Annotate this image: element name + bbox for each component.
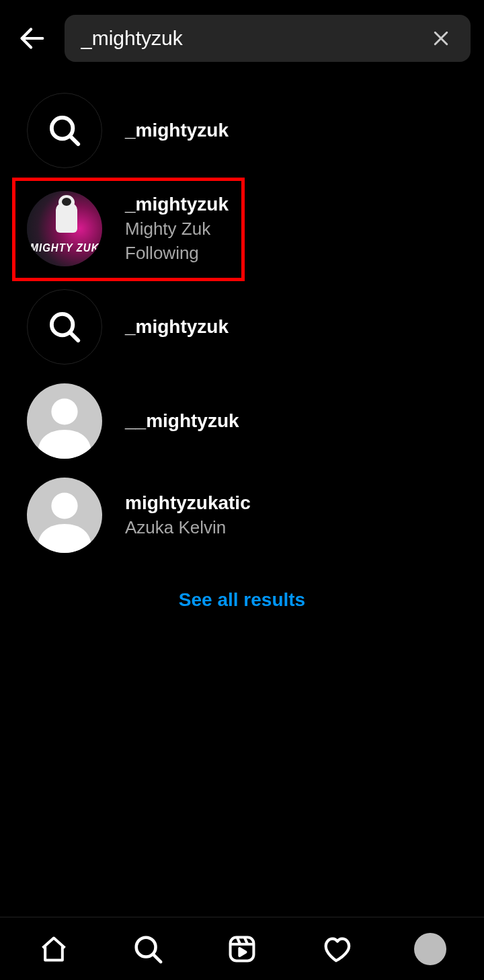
search-suggestion-row[interactable]: _mightyzuk bbox=[0, 83, 484, 178]
clear-search-button[interactable] bbox=[428, 25, 454, 52]
arrow-left-icon bbox=[17, 23, 48, 54]
home-icon bbox=[39, 934, 69, 964]
avatar-text: MIGHTY ZUK bbox=[27, 241, 102, 254]
search-profile-row[interactable]: __mightyzuk bbox=[0, 374, 484, 468]
back-button[interactable] bbox=[13, 20, 51, 57]
profile-avatar: MIGHTY ZUK bbox=[27, 191, 102, 266]
search-input[interactable] bbox=[81, 27, 428, 50]
profile-avatar-icon bbox=[414, 933, 446, 965]
svg-line-4 bbox=[71, 137, 78, 144]
nav-home[interactable] bbox=[34, 929, 74, 969]
svg-line-6 bbox=[71, 333, 78, 340]
profile-avatar bbox=[27, 478, 102, 553]
nav-search[interactable] bbox=[128, 929, 168, 969]
result-username: mightyzukatic bbox=[125, 491, 251, 515]
search-icon bbox=[46, 112, 83, 149]
nav-reels[interactable] bbox=[222, 929, 262, 969]
person-icon bbox=[27, 478, 102, 553]
result-display-name: Mighty Zuk bbox=[125, 218, 229, 241]
avatar-image: MIGHTY ZUK bbox=[27, 191, 102, 266]
svg-point-7 bbox=[51, 398, 77, 424]
close-icon bbox=[431, 28, 451, 48]
search-profile-row[interactable]: mightyzukatic Azuka Kelvin bbox=[0, 468, 484, 562]
result-text: _mightyzuk bbox=[125, 315, 229, 339]
search-profile-row[interactable]: MIGHTY ZUK _mightyzuk Mighty Zuk Followi… bbox=[0, 178, 484, 280]
search-icon-avatar bbox=[27, 93, 102, 168]
bottom-nav bbox=[0, 917, 484, 980]
result-text: _mightyzuk bbox=[125, 118, 229, 143]
result-text: _mightyzuk Mighty Zuk Following bbox=[125, 192, 229, 265]
result-username: _mightyzuk bbox=[125, 192, 229, 217]
reels-icon bbox=[227, 934, 257, 964]
search-icon bbox=[46, 309, 83, 345]
nav-activity[interactable] bbox=[316, 929, 356, 969]
profile-avatar bbox=[27, 383, 102, 459]
result-username: _mightyzuk bbox=[125, 118, 229, 143]
svg-point-8 bbox=[51, 492, 77, 519]
result-username: _mightyzuk bbox=[125, 315, 229, 339]
search-suggestion-row[interactable]: _mightyzuk bbox=[0, 280, 484, 374]
person-icon bbox=[27, 383, 102, 459]
svg-line-10 bbox=[154, 954, 161, 962]
search-icon bbox=[132, 934, 163, 965]
result-follow-status: Following bbox=[125, 242, 229, 265]
top-bar bbox=[0, 0, 484, 77]
result-text: __mightyzuk bbox=[125, 409, 239, 433]
search-icon-avatar bbox=[27, 289, 102, 365]
search-results: _mightyzuk MIGHTY ZUK _mightyzuk Mighty … bbox=[0, 77, 484, 917]
result-text: mightyzukatic Azuka Kelvin bbox=[125, 491, 251, 539]
nav-profile[interactable] bbox=[410, 929, 450, 969]
heart-icon bbox=[321, 934, 352, 965]
result-username: __mightyzuk bbox=[125, 409, 239, 433]
see-all-results-link[interactable]: See all results bbox=[0, 562, 484, 638]
search-box[interactable] bbox=[65, 15, 471, 62]
result-display-name: Azuka Kelvin bbox=[125, 517, 251, 539]
